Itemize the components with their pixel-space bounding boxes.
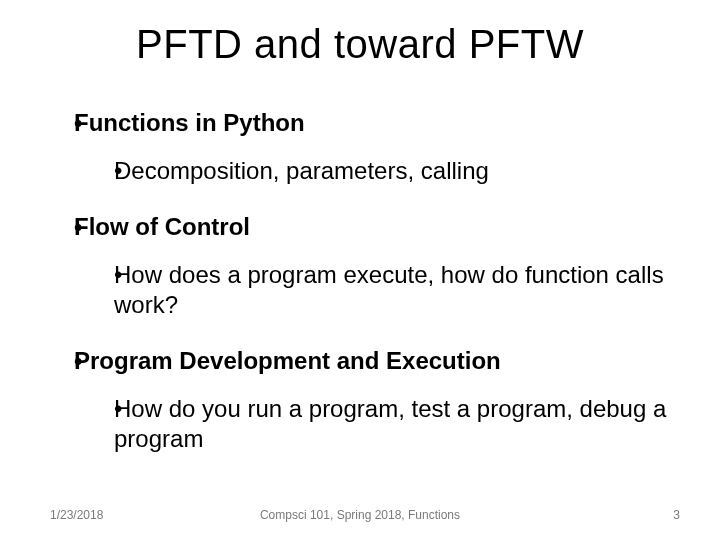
bullet-item: Functions in Python Decomposition, param… bbox=[74, 108, 680, 186]
sub-bullet-item: How do you run a program, test a program… bbox=[114, 394, 680, 454]
footer-center: Compsci 101, Spring 2018, Functions bbox=[0, 508, 720, 522]
sub-bullet-item: Decomposition, parameters, calling bbox=[114, 156, 680, 186]
slide: PFTD and toward PFTW Functions in Python… bbox=[0, 0, 720, 540]
sub-bullet-item: How does a program execute, how do funct… bbox=[114, 260, 680, 320]
bullet-label: Program Development and Execution bbox=[74, 347, 501, 374]
bullet-item: Program Development and Execution How do… bbox=[74, 346, 680, 454]
sub-bullet-list: How does a program execute, how do funct… bbox=[74, 260, 680, 320]
bullet-label: Functions in Python bbox=[74, 109, 305, 136]
sub-bullet-list: How do you run a program, test a program… bbox=[74, 394, 680, 454]
slide-title: PFTD and toward PFTW bbox=[0, 22, 720, 67]
bullet-label: Flow of Control bbox=[74, 213, 250, 240]
slide-content: Functions in Python Decomposition, param… bbox=[50, 108, 680, 480]
sub-bullet-list: Decomposition, parameters, calling bbox=[74, 156, 680, 186]
bullet-list: Functions in Python Decomposition, param… bbox=[50, 108, 680, 454]
bullet-item: Flow of Control How does a program execu… bbox=[74, 212, 680, 320]
footer-page-number: 3 bbox=[673, 508, 680, 522]
